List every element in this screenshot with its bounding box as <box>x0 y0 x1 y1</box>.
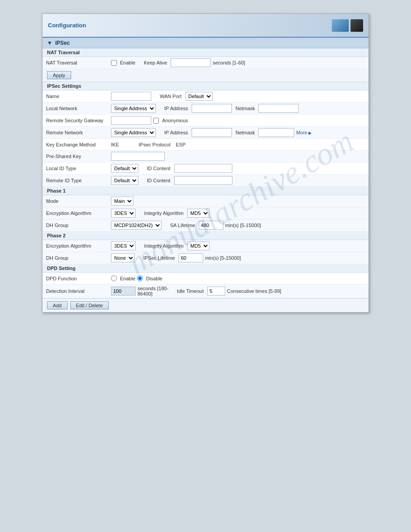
phase1-enc-row: Encryption Algorithm 3DES Integrity Algo… <box>43 207 368 219</box>
phase1-enc-select[interactable]: 3DES <box>111 209 136 218</box>
local-id-content-input[interactable] <box>174 164 232 173</box>
remote-id-content-label: ID Content <box>147 178 171 183</box>
dpd-function-label: DPD Function <box>46 276 111 281</box>
wan-port-label: WAN Port <box>160 94 182 99</box>
local-netmask-input[interactable] <box>258 104 299 113</box>
dpd-disable-label: Disable <box>146 276 163 281</box>
phase2-dh-select[interactable]: None <box>111 253 135 262</box>
dpd-disable-radio[interactable] <box>137 275 143 281</box>
local-id-content-label: ID Content <box>147 166 171 171</box>
remote-id-content-input[interactable] <box>174 176 232 185</box>
remote-id-type-label: Remote ID Type <box>46 178 111 183</box>
remote-ip-label: IP Address <box>164 130 188 135</box>
phase1-sa-lifetime-input[interactable] <box>199 221 223 230</box>
nat-traversal-section-bar: NAT Traversal <box>43 48 368 57</box>
pre-shared-key-row: Pre-Shared Key <box>43 150 368 163</box>
more-link[interactable]: More <box>296 130 312 135</box>
idle-timeout-label: Idle Timeout <box>177 288 204 294</box>
remote-id-type-row: Remote ID Type Default ID Content <box>43 175 368 187</box>
local-network-select[interactable]: Single Address <box>111 104 156 113</box>
pre-shared-key-label: Pre-Shared Key <box>46 154 111 159</box>
remote-netmask-label: Netmask <box>235 130 255 135</box>
phase1-integrity-select[interactable]: MD5 <box>187 209 210 218</box>
name-wan-row: Name WAN Port Default <box>43 90 368 103</box>
remote-security-gateway-input[interactable] <box>111 116 151 125</box>
local-ip-label: IP Address <box>164 106 188 111</box>
phase1-dh-select[interactable]: MCDP1024(DH2) <box>111 221 162 230</box>
detection-interval-label: Detection Interval <box>46 288 111 294</box>
main-panel: Configuration ▼ IPSec NAT Traversal NAT … <box>42 13 369 313</box>
remote-netmask-input[interactable] <box>258 128 294 137</box>
keep-alive-input[interactable] <box>171 58 211 67</box>
nat-traversal-enable-label: Enable <box>120 60 135 65</box>
remote-network-row: Remote Network Single Address IP Address… <box>43 127 368 139</box>
key-exchange-value: IKE <box>111 142 119 147</box>
phase2-label: Phase 2 <box>47 233 66 238</box>
remote-security-gateway-row: Remote Security Gateway Anonymous <box>43 115 368 127</box>
ipsec-settings-label: IPSec Settings <box>47 83 81 89</box>
phase2-enc-row: Encryption Algorithm 3DES Integrity Algo… <box>43 240 368 252</box>
remote-ip-input[interactable] <box>192 128 232 137</box>
ipsec-protocol-label: IPsec Protocol <box>139 142 171 147</box>
device-icon <box>351 19 363 32</box>
dpd-section-bar: DPD Setting <box>43 264 368 273</box>
phase2-integrity-select[interactable]: MD5 <box>187 241 210 250</box>
phase1-label: Phase 1 <box>47 188 66 193</box>
dpd-section-label: DPD Setting <box>47 266 76 271</box>
phase1-integrity-label: Integrity Algorithm <box>144 210 184 216</box>
edit-delete-button[interactable]: Edit / Delete <box>70 301 109 309</box>
mode-row: Mode Main <box>43 195 368 207</box>
seconds-label: seconds [1-60] <box>213 60 245 65</box>
phase1-dh-row: DH Group MCDP1024(DH2) SA Lifetime min(s… <box>43 219 368 232</box>
local-id-type-label: Local ID Type <box>46 166 111 171</box>
remote-network-label: Remote Network <box>46 130 111 135</box>
local-netmask-label: Netmask <box>235 106 255 111</box>
detection-interval-unit: seconds [180-86400] <box>137 286 168 296</box>
phase1-enc-label: Encryption Algorithm <box>46 210 111 216</box>
phase2-enc-select[interactable]: 3DES <box>111 241 136 250</box>
remote-id-type-select[interactable]: Default <box>111 176 138 185</box>
dpd-enable-label: Enable <box>120 276 135 281</box>
local-ip-input[interactable] <box>192 104 232 113</box>
phase2-section-bar: Phase 2 <box>43 232 368 240</box>
local-network-row: Local Network Single Address IP Address … <box>43 103 368 115</box>
remote-network-select[interactable]: Single Address <box>111 128 156 137</box>
add-button[interactable]: Add <box>47 301 68 309</box>
key-exchange-row: Key Exchange Method IKE IPsec Protocol E… <box>43 139 368 150</box>
apply-button[interactable]: Apply <box>47 71 71 79</box>
pre-shared-key-input[interactable] <box>111 152 165 161</box>
wan-port-select[interactable]: Default <box>185 92 213 101</box>
ipsec-protocol-value: ESP <box>176 142 186 147</box>
consecutive-times-label: Consecutive times [5-99] <box>227 288 281 294</box>
phase1-section-bar: Phase 1 <box>43 187 368 195</box>
phase2-dh-label: DH Group <box>46 255 111 261</box>
ipsec-section-label: IPSec <box>55 40 70 46</box>
header-icons <box>327 17 363 33</box>
panel-header: Configuration <box>43 14 368 38</box>
phase1-dh-label: DH Group <box>46 223 111 228</box>
idle-timeout-input[interactable] <box>207 287 225 296</box>
local-id-type-row: Local ID Type Default ID Content <box>43 163 368 175</box>
phase2-dh-row: DH Group None IPSec Lifetime min(s) [5-1… <box>43 252 368 264</box>
local-network-label: Local Network <box>46 106 111 111</box>
nat-traversal-label: NAT Traversal <box>46 60 111 65</box>
nat-traversal-enable-checkbox[interactable] <box>111 60 117 66</box>
detection-interval-input[interactable] <box>111 287 136 296</box>
local-id-type-select[interactable]: Default <box>111 164 138 173</box>
mode-select[interactable]: Main <box>111 197 133 206</box>
key-exchange-label: Key Exchange Method <box>46 142 111 147</box>
phase1-sa-lifetime-unit: min(s) [5-15000] <box>225 223 261 228</box>
phase2-ipsec-lifetime-unit: min(s) [5-15000] <box>205 255 241 261</box>
anonymous-checkbox[interactable] <box>153 118 159 124</box>
dpd-enable-radio[interactable] <box>111 275 117 281</box>
ipsec-settings-section-bar: IPSec Settings <box>43 82 368 90</box>
name-input[interactable] <box>111 92 151 101</box>
nat-traversal-section-label: NAT Traversal <box>47 50 80 55</box>
phase2-ipsec-lifetime-input[interactable] <box>179 253 203 262</box>
apply-row: Apply <box>43 69 368 82</box>
phase2-enc-label: Encryption Algorithm <box>46 243 111 249</box>
nat-traversal-row: NAT Traversal Enable Keep Alive seconds … <box>43 57 368 69</box>
mode-label: Mode <box>46 198 111 204</box>
phase2-integrity-label: Integrity Algorithm <box>144 243 184 249</box>
phase2-ipsec-lifetime-label: IPSec Lifetime <box>143 255 175 261</box>
